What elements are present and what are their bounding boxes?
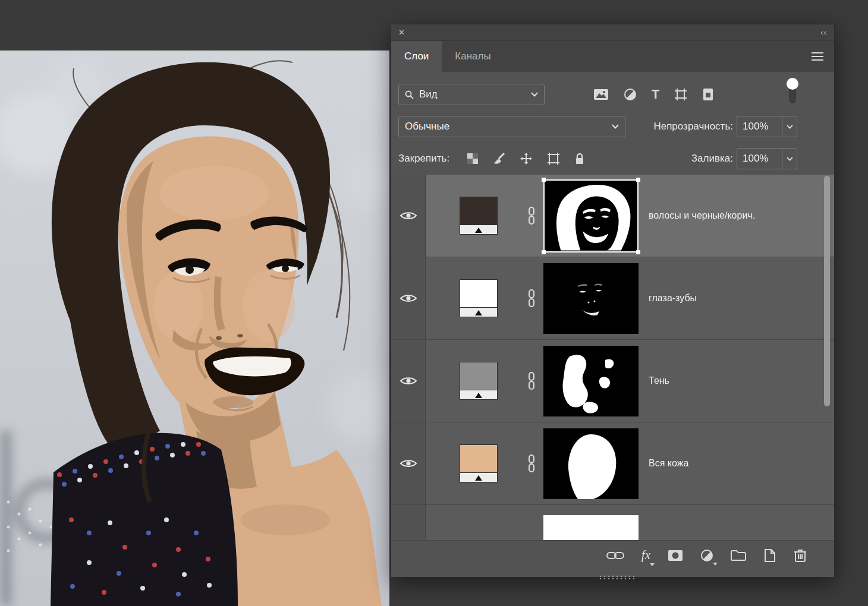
layer-name[interactable]: глаза-зубы — [649, 257, 697, 339]
layers-scrollbar[interactable] — [824, 176, 830, 406]
layer-name[interactable]: Вся кожа — [649, 422, 688, 504]
fill-value[interactable]: 100% — [737, 149, 782, 169]
layer-name[interactable]: волосы и черные/корич. — [649, 175, 755, 257]
filter-smart-objects-icon[interactable] — [702, 88, 714, 101]
filter-type-value: Вид — [419, 89, 526, 100]
filter-type-select[interactable]: Вид — [398, 84, 545, 105]
fill-input[interactable]: 100% — [737, 148, 797, 169]
filter-adjustment-layers-icon[interactable] — [624, 88, 637, 101]
new-group-folder-icon[interactable] — [731, 550, 746, 561]
lock-artboard-icon[interactable] — [547, 152, 560, 165]
panel-titlebar: ✕ ‹‹ — [391, 24, 834, 41]
filter-shape-layers-icon[interactable] — [674, 88, 687, 101]
lock-all-icon[interactable] — [574, 153, 585, 165]
portrait-artwork — [0, 50, 389, 606]
layer-row-hair[interactable]: волосы и черные/корич. — [391, 175, 834, 257]
panel-tabs: Слои Каналы — [391, 41, 834, 72]
layer-row-eyes-teeth[interactable]: глаза-зубы — [391, 257, 834, 340]
layer-mask-thumbnail[interactable] — [543, 346, 639, 416]
link-layers-icon[interactable] — [606, 551, 624, 560]
layer-thumbnail[interactable] — [543, 515, 639, 540]
link-mask-icon[interactable] — [527, 289, 536, 310]
fill-layer-thumbnail[interactable] — [460, 444, 498, 482]
lock-pixels-brush-icon[interactable] — [492, 152, 505, 165]
add-layer-mask-icon[interactable] — [668, 550, 683, 561]
delete-layer-trash-icon[interactable] — [794, 548, 807, 563]
layer-name[interactable]: Тень — [649, 340, 669, 422]
fill-label: Заливка: — [630, 148, 733, 169]
chevron-down-icon[interactable] — [782, 149, 797, 169]
eye-icon — [400, 210, 417, 221]
tab-channels[interactable]: Каналы — [442, 41, 504, 72]
blend-mode-select[interactable]: Обычные — [398, 116, 625, 137]
link-mask-icon[interactable] — [527, 372, 536, 392]
panel-actions: fx — [391, 540, 834, 570]
visibility-toggle[interactable] — [391, 257, 426, 339]
layer-row-skin[interactable]: Вся кожа — [391, 422, 834, 505]
tab-layers[interactable]: Слои — [391, 41, 442, 72]
layer-mask-thumbnail[interactable] — [543, 179, 639, 252]
layer-list: волосы и черные/корич. — [391, 175, 834, 540]
opacity-label: Непрозрачность: — [630, 116, 733, 137]
eye-icon — [400, 293, 417, 304]
lock-transparency-icon[interactable] — [467, 153, 478, 164]
opacity-input[interactable]: 100% — [737, 116, 797, 137]
eye-icon — [400, 458, 417, 469]
lock-buttons — [467, 148, 585, 169]
filter-on-off-toggle[interactable] — [785, 77, 800, 108]
chevron-down-icon[interactable] — [782, 116, 797, 137]
filter-type-layers-icon[interactable]: T — [652, 88, 659, 101]
visibility-toggle[interactable] — [391, 422, 426, 504]
visibility-toggle[interactable] — [391, 175, 426, 257]
fill-layer-thumbnail[interactable] — [460, 197, 498, 235]
link-mask-icon[interactable] — [527, 207, 536, 227]
link-mask-icon[interactable] — [527, 454, 536, 475]
visibility-toggle[interactable] — [391, 340, 426, 422]
new-adjustment-layer-icon[interactable] — [700, 549, 713, 562]
document-canvas[interactable] — [0, 50, 389, 606]
fill-layer-thumbnail[interactable] — [460, 279, 498, 317]
filter-pixel-layers-icon[interactable] — [593, 89, 609, 100]
layer-style-fx-icon[interactable]: fx — [641, 548, 650, 563]
close-icon[interactable]: ✕ — [398, 28, 405, 37]
layer-mask-thumbnail[interactable] — [543, 428, 639, 499]
layer-row-background[interactable] — [391, 505, 834, 540]
chevron-down-icon — [531, 92, 538, 97]
chevron-down-icon — [612, 124, 619, 129]
lock-label: Закрепить: — [398, 148, 449, 169]
eye-icon — [400, 375, 417, 386]
panel-menu-icon[interactable] — [812, 52, 823, 63]
fill-layer-thumbnail[interactable] — [460, 362, 498, 400]
layers-panel: ✕ ‹‹ Слои Каналы Вид — [391, 24, 835, 577]
opacity-value[interactable]: 100% — [737, 116, 782, 137]
search-icon — [405, 90, 414, 99]
new-layer-icon[interactable] — [763, 548, 776, 563]
lock-position-icon[interactable] — [520, 152, 533, 165]
layer-mask-thumbnail[interactable] — [543, 263, 639, 334]
collapse-panel-icon[interactable]: ‹‹ — [820, 28, 827, 37]
layer-row-shadow[interactable]: Тень — [391, 340, 834, 422]
blend-mode-value: Обычные — [405, 121, 606, 132]
panel-resize-grip[interactable] — [599, 572, 637, 582]
layer-filter-buttons: T — [593, 84, 714, 105]
